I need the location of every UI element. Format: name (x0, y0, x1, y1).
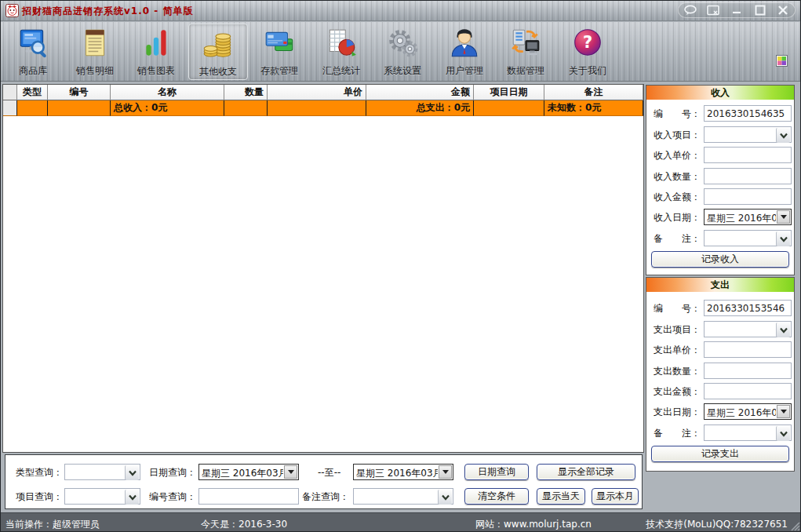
user-management-icon (448, 27, 481, 60)
column-header-date[interactable]: 项目日期 (474, 85, 544, 100)
summary-total-income: 总收入：0元 (111, 100, 224, 116)
column-header-selector[interactable] (3, 85, 17, 100)
expense-price-input[interactable] (704, 341, 792, 358)
expense-date-label: 支出日期： (654, 406, 701, 419)
status-operator: 当前操作：超级管理员 (5, 518, 100, 531)
income-amount-label: 收入金额： (654, 191, 701, 204)
chevron-down-icon[interactable] (125, 490, 139, 505)
chevron-down-icon[interactable] (125, 465, 139, 480)
income-date-picker[interactable]: 星期三 2016年03 (704, 209, 792, 225)
toolbar-label: 商品库 (3, 64, 63, 78)
show-today-button[interactable]: 显示当天 (537, 488, 585, 505)
chevron-down-icon[interactable] (776, 322, 790, 337)
toolbar-other-income-button[interactable]: 其他收支 (188, 24, 248, 80)
income-date-row: 收入日期： 星期三 2016年03 (646, 209, 794, 224)
date-from-picker[interactable]: 星期三 2016年03月3 (198, 464, 299, 480)
income-note-row: 备 注： (646, 230, 794, 246)
number-query-input[interactable] (198, 488, 299, 505)
toolbar-label: 关于我们 (558, 64, 617, 78)
toolbar-about-button[interactable]: ? 关于我们 (558, 24, 617, 80)
toolbar-products-button[interactable]: 商品库 (3, 24, 63, 80)
record-expense-button[interactable]: 记录支出 (651, 446, 789, 462)
close-icon[interactable] (776, 5, 790, 16)
chevron-down-icon[interactable] (776, 231, 790, 246)
dropdown-arrow-icon[interactable] (284, 465, 297, 479)
expense-no-input[interactable] (704, 300, 792, 316)
income-price-label: 收入单价： (654, 149, 701, 162)
expense-item-combobox[interactable] (704, 321, 792, 337)
toolbar-summary-stats-button[interactable]: 汇总统计 (311, 24, 371, 80)
toolbar-label: 汇总统计 (311, 64, 371, 78)
expense-note-combobox[interactable] (704, 425, 792, 441)
status-today: 今天是：2016-3-30 (201, 518, 287, 531)
main-toolbar: 商品库 销售明细 销售图表 (1, 22, 801, 82)
column-header-name[interactable]: 名称 (111, 85, 224, 100)
column-header-quantity[interactable]: 数量 (224, 85, 268, 100)
toolbar-sales-chart-button[interactable]: 销售图表 (126, 24, 186, 80)
toolbar-sales-detail-button[interactable]: 销售明细 (65, 24, 125, 80)
type-query-label: 类型查询： (16, 466, 63, 479)
income-no-input[interactable] (704, 105, 792, 122)
column-header-type[interactable]: 类型 (17, 85, 48, 100)
chevron-down-icon[interactable] (438, 490, 452, 505)
feedback-bubble-icon[interactable] (683, 5, 697, 16)
income-price-input[interactable] (704, 147, 792, 163)
column-header-unit-price[interactable]: 单价 (268, 85, 366, 100)
palette-icon[interactable] (776, 55, 788, 67)
column-header-amount[interactable]: 金额 (366, 85, 474, 100)
type-query-combobox[interactable] (64, 464, 140, 480)
income-no-row: 编 号： (646, 105, 794, 121)
date-query-button[interactable]: 日期查询 (464, 464, 529, 480)
income-note-combobox[interactable] (704, 230, 792, 246)
income-amount-row: 收入金额： (646, 188, 794, 204)
toolbar-label: 系统设置 (373, 64, 432, 78)
expense-qty-input[interactable] (704, 363, 792, 379)
show-month-button[interactable]: 显示本月 (592, 488, 639, 505)
clear-conditions-button[interactable]: 清空条件 (464, 488, 529, 505)
toolbar-settings-button[interactable]: 系统设置 (373, 24, 432, 80)
project-query-combobox[interactable] (64, 488, 140, 505)
income-qty-input[interactable] (704, 168, 792, 184)
toolbar-deposit-button[interactable]: 存款管理 (249, 24, 309, 80)
summary-cell-selector (3, 100, 17, 116)
expense-panel-header: 支出 (646, 278, 794, 292)
dropdown-arrow-icon[interactable] (439, 465, 452, 479)
dropdown-arrow-icon[interactable] (777, 210, 790, 224)
dropdown-arrow-icon[interactable] (777, 405, 790, 418)
summary-cell-date (474, 100, 544, 116)
date-to-value: 星期三 2016年03月3 (356, 467, 438, 480)
minimize-icon[interactable] (730, 5, 744, 16)
records-table: 类型 编号 名称 数量 单价 金额 项目日期 备注 总收入：0元 总支出：0元 … (2, 84, 644, 453)
expense-price-row: 支出单价： (646, 341, 794, 357)
expense-amount-input[interactable] (704, 383, 792, 399)
expense-price-label: 支出单价： (654, 344, 701, 357)
income-item-combobox[interactable] (704, 126, 792, 143)
toolbar-data-button[interactable]: 数据管理 (496, 24, 555, 80)
toolbar-label: 销售图表 (126, 64, 186, 78)
resize-grip[interactable] (790, 521, 800, 531)
toolbar-label: 数据管理 (496, 64, 555, 78)
expense-note-row: 备 注： (646, 425, 794, 440)
expense-date-value: 星期三 2016年03 (707, 406, 776, 420)
summary-total-expense: 总支出：0元 (366, 100, 474, 116)
date-range-to-text: --至-- (318, 466, 340, 479)
show-all-records-button[interactable]: 显示全部记录 (537, 464, 635, 480)
date-to-picker[interactable]: 星期三 2016年03月3 (353, 464, 453, 480)
toolbar-users-button[interactable]: 用户管理 (435, 24, 494, 80)
note-query-combobox[interactable] (353, 488, 453, 505)
about-us-icon: ? (571, 27, 604, 60)
column-header-note[interactable]: 备注 (544, 85, 643, 100)
income-amount-input[interactable] (704, 188, 792, 205)
income-panel-header: 收入 (646, 86, 794, 100)
toolbar-label: 其他收支 (189, 65, 247, 78)
app-window: 招财猫商品进销存系统v1.0 - 简单版 (0, 0, 801, 532)
record-income-button[interactable]: 记录收入 (651, 251, 789, 268)
toolbar-label: 用户管理 (435, 64, 494, 78)
summary-stats-icon (325, 27, 358, 60)
maximize-icon[interactable] (753, 5, 767, 16)
column-header-number[interactable]: 编号 (48, 85, 111, 100)
chevron-down-icon[interactable] (776, 128, 790, 143)
expense-date-picker[interactable]: 星期三 2016年03 (704, 403, 792, 420)
skin-change-icon[interactable] (706, 5, 720, 16)
chevron-down-icon[interactable] (776, 426, 790, 441)
